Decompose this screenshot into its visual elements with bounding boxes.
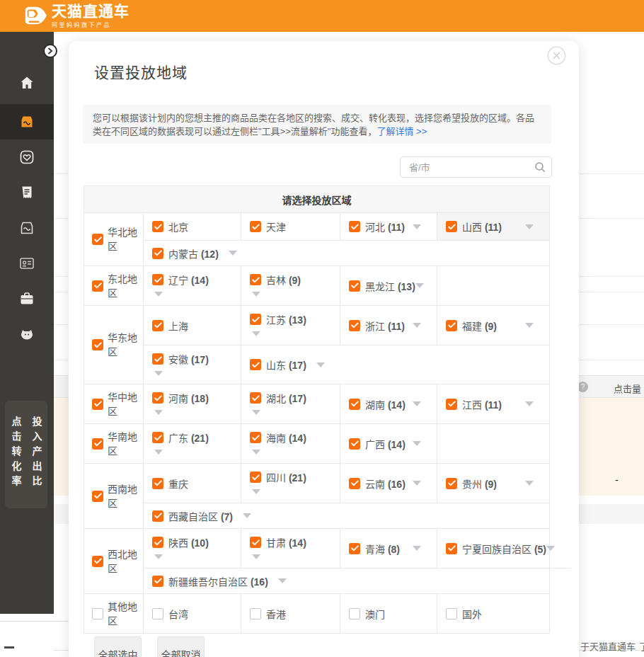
expand-districts-arrow-icon[interactable] — [546, 546, 555, 551]
province-option[interactable]: 香港 — [241, 594, 340, 633]
expand-districts-arrow-icon[interactable] — [154, 410, 163, 415]
province-option[interactable]: 台湾 — [144, 594, 241, 633]
province-option[interactable]: 安徽 (17) — [144, 345, 241, 384]
checkbox-checked[interactable] — [250, 537, 261, 548]
checkbox-checked[interactable] — [92, 438, 103, 450]
expand-districts-arrow-icon[interactable] — [252, 554, 260, 559]
sidebar-metric-tags[interactable]: 点击转化率 投入产出比 — [5, 401, 47, 508]
province-option[interactable]: 湖南 (14) — [340, 384, 437, 423]
checkbox-checked[interactable] — [152, 510, 163, 522]
province-option[interactable]: 内蒙古 (12) — [144, 241, 237, 265]
expand-districts-arrow-icon[interactable] — [252, 489, 260, 494]
province-option[interactable]: 天津 — [241, 213, 340, 240]
shop-outline-icon[interactable] — [18, 219, 35, 236]
province-option[interactable]: 重庆 — [144, 464, 241, 503]
expand-districts-arrow-icon[interactable] — [525, 224, 534, 229]
province-option[interactable]: 宁夏回族自治区 (5) — [437, 529, 570, 568]
expand-districts-arrow-icon[interactable] — [413, 401, 421, 406]
expand-districts-arrow-icon[interactable] — [154, 371, 163, 376]
checkbox-unchecked[interactable] — [250, 608, 261, 619]
province-option[interactable]: 广东 (21) — [144, 424, 241, 463]
checkbox-checked[interactable] — [92, 339, 103, 350]
expand-districts-arrow-icon[interactable] — [413, 546, 421, 551]
checkbox-checked[interactable] — [92, 280, 103, 292]
checkbox-unchecked[interactable] — [446, 608, 457, 619]
checkbox-checked[interactable] — [349, 221, 360, 232]
province-option[interactable]: 浙江 (11) — [340, 306, 437, 345]
checkbox-checked[interactable] — [92, 491, 103, 502]
province-option[interactable]: 河南 (18) — [144, 384, 241, 423]
province-option[interactable]: 黑龙江 (13) — [340, 266, 437, 305]
checkbox-checked[interactable] — [446, 320, 457, 331]
help-icon[interactable]: ? — [577, 382, 588, 392]
region-option[interactable]: 其他地区 — [84, 594, 144, 633]
expand-districts-arrow-icon[interactable] — [229, 251, 237, 256]
province-option[interactable]: 陕西 (10) — [144, 529, 241, 568]
checkbox-checked[interactable] — [446, 221, 457, 232]
search-icon[interactable] — [534, 161, 546, 173]
region-option[interactable]: 西北地区 — [84, 529, 144, 593]
province-option[interactable]: 云南 (16) — [340, 464, 437, 503]
province-option[interactable]: 福建 (9) — [437, 306, 549, 345]
province-option[interactable]: 北京 — [144, 213, 241, 240]
checkbox-checked[interactable] — [349, 320, 360, 331]
region-option[interactable]: 华北地区 — [84, 213, 144, 265]
checkbox-checked[interactable] — [152, 432, 163, 443]
expand-districts-arrow-icon[interactable] — [252, 410, 260, 415]
bg-footer-link[interactable]: 于天猫直通车 — [580, 639, 636, 653]
expand-districts-arrow-icon[interactable] — [154, 554, 163, 559]
province-option[interactable]: 西藏自治区 (7) — [144, 503, 251, 528]
province-option[interactable]: 上海 — [144, 306, 241, 345]
expand-districts-arrow-icon[interactable] — [413, 441, 421, 446]
province-option[interactable]: 海南 (14) — [241, 424, 340, 463]
checkbox-checked[interactable] — [152, 537, 163, 548]
province-option[interactable]: 贵州 (9) — [437, 464, 549, 503]
province-option[interactable]: 辽宁 (14) — [144, 266, 241, 305]
checkbox-checked[interactable] — [446, 478, 457, 489]
province-option[interactable]: 国外 — [437, 594, 549, 633]
expand-districts-arrow-icon[interactable] — [316, 362, 325, 367]
checkbox-checked[interactable] — [152, 274, 163, 285]
province-option[interactable]: 青海 (8) — [340, 529, 437, 568]
province-option[interactable]: 新疆维吾尔自治区 (16) — [144, 569, 287, 593]
region-option[interactable]: 华中地区 — [84, 384, 144, 423]
sidebar-expand-button[interactable] — [43, 44, 57, 58]
checkbox-checked[interactable] — [349, 438, 360, 450]
learn-more-link[interactable]: 了解详情 >> — [376, 126, 427, 137]
expand-districts-arrow-icon[interactable] — [413, 224, 421, 229]
expand-districts-arrow-icon[interactable] — [252, 450, 260, 455]
checkbox-unchecked[interactable] — [349, 608, 360, 619]
checkbox-checked[interactable] — [349, 280, 360, 292]
checkbox-checked[interactable] — [92, 399, 103, 410]
expand-districts-arrow-icon[interactable] — [413, 481, 421, 486]
expand-districts-arrow-icon[interactable] — [525, 323, 534, 328]
province-option[interactable]: 山西 (11) — [437, 213, 549, 240]
checkbox-checked[interactable] — [152, 248, 163, 259]
checkbox-checked[interactable] — [446, 543, 457, 554]
deselect-all-button[interactable]: 全部取消 — [157, 636, 205, 657]
shop-active-icon[interactable] — [18, 113, 35, 130]
close-icon[interactable] — [547, 46, 566, 65]
heart-icon[interactable] — [18, 149, 35, 166]
checkbox-checked[interactable] — [349, 543, 360, 554]
province-option[interactable]: 江苏 (13) — [241, 306, 340, 345]
expand-districts-arrow-icon[interactable] — [413, 323, 421, 328]
province-option[interactable]: 河北 (11) — [340, 213, 437, 240]
checkbox-unchecked[interactable] — [152, 608, 163, 619]
checkbox-checked[interactable] — [446, 399, 457, 410]
expand-districts-arrow-icon[interactable] — [525, 481, 534, 486]
region-option[interactable]: 东北地区 — [84, 266, 144, 305]
checkbox-checked[interactable] — [250, 472, 261, 483]
expand-districts-arrow-icon[interactable] — [154, 450, 163, 455]
province-option[interactable]: 山东 (17) — [241, 345, 325, 384]
expand-districts-arrow-icon[interactable] — [252, 292, 260, 297]
province-option[interactable]: 广西 (14) — [340, 424, 437, 463]
checkbox-checked[interactable] — [152, 320, 163, 331]
checkbox-checked[interactable] — [250, 274, 261, 285]
checkbox-checked[interactable] — [250, 432, 261, 443]
expand-districts-arrow-icon[interactable] — [243, 513, 251, 518]
bg-footer-link-2[interactable]: 了 — [639, 639, 644, 653]
checkbox-checked[interactable] — [152, 353, 163, 365]
province-option[interactable]: 甘肃 (14) — [241, 529, 340, 568]
home-icon[interactable] — [18, 74, 35, 91]
